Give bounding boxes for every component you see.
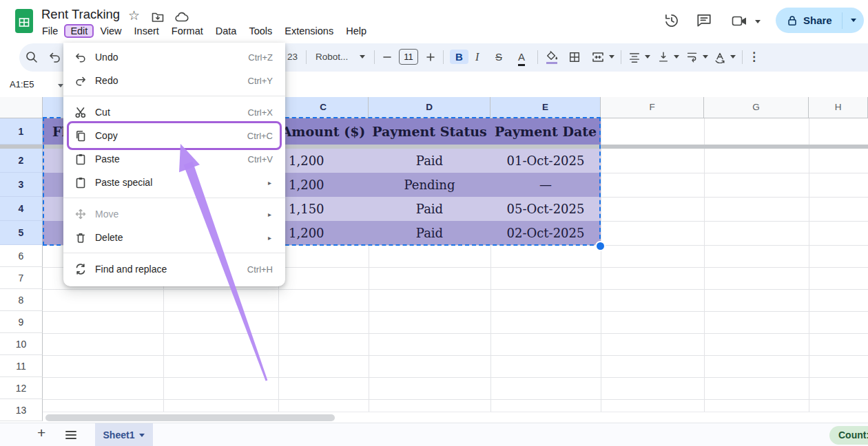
text-color-button[interactable]: A [518, 49, 525, 66]
horizontal-align-button[interactable] [628, 43, 641, 71]
menubar-item-tools[interactable]: Tools [242, 24, 278, 38]
row-header-11[interactable]: 11 [0, 355, 43, 377]
italic-button[interactable]: I [475, 43, 479, 71]
column-header-f[interactable]: F [601, 97, 704, 118]
sheets-logo-icon[interactable] [15, 9, 33, 34]
edit-menu-item-move[interactable]: Move▸ [63, 202, 285, 226]
count-badge[interactable]: Count: 2 [829, 426, 868, 445]
edit-menu-item-find-and-replace[interactable]: Find and replaceCtrl+H [63, 257, 285, 281]
menu-item-label: Redo [95, 75, 248, 86]
menu-divider [63, 198, 285, 198]
font-dropdown-caret-icon[interactable] [360, 55, 365, 59]
grid-line-horizontal [43, 377, 868, 378]
grid-line-horizontal [43, 399, 868, 400]
row-header-13[interactable]: 13 [0, 399, 43, 421]
menubar-item-file[interactable]: File [36, 24, 64, 38]
menubar-item-format[interactable]: Format [165, 24, 209, 38]
increase-font-size-button[interactable] [426, 43, 435, 71]
text-wrap-button[interactable] [686, 43, 699, 71]
decrease-font-size-button[interactable] [382, 43, 392, 71]
meet-video-icon[interactable] [732, 14, 748, 28]
all-sheets-icon[interactable] [65, 429, 77, 440]
menubar-item-data[interactable]: Data [209, 24, 243, 38]
row-header-5[interactable]: 5 [0, 221, 43, 245]
horizontal-scrollbar-track[interactable] [43, 412, 868, 423]
sheet-tab-caret-icon[interactable] [139, 434, 145, 437]
edit-menu-panel: UndoCtrl+ZRedoCtrl+YCutCtrl+XCopyCtrl+CP… [63, 43, 285, 286]
menu-item-label: Find and replace [95, 264, 247, 275]
edit-menu-item-paste[interactable]: PasteCtrl+V [63, 147, 285, 171]
edit-menu-item-undo[interactable]: UndoCtrl+Z [63, 45, 285, 69]
cut-icon [74, 106, 87, 118]
row-header-9[interactable]: 9 [0, 311, 43, 333]
menubar-item-help[interactable]: Help [340, 24, 373, 38]
menubar-item-insert[interactable]: Insert [128, 24, 165, 38]
menu-item-shortcut: Ctrl+H [247, 264, 273, 275]
grid-corner-cell[interactable] [0, 97, 43, 118]
number-format-button[interactable]: 23 [287, 43, 298, 71]
menubar-item-extensions[interactable]: Extensions [278, 24, 340, 38]
vertical-align-button[interactable] [657, 43, 670, 71]
row-header-4[interactable]: 4 [0, 197, 43, 221]
edit-menu-item-redo[interactable]: RedoCtrl+Y [63, 69, 285, 92]
row-header-12[interactable]: 12 [0, 377, 43, 399]
row-header-10[interactable]: 10 [0, 333, 43, 355]
row-header-8[interactable]: 8 [0, 289, 43, 311]
find-replace-icon [74, 263, 87, 275]
search-icon[interactable] [25, 43, 39, 71]
text-wrap-caret-icon[interactable] [703, 55, 708, 59]
fill-color-button[interactable] [546, 43, 558, 71]
selection-fill-handle[interactable] [595, 241, 606, 251]
name-box[interactable]: A1:E5 [10, 79, 34, 89]
edit-menu-item-delete[interactable]: Delete▸ [63, 226, 285, 249]
bottom-bar: + Sheet1 Count: 2 [0, 423, 868, 446]
merge-dropdown-caret-icon[interactable] [609, 55, 614, 59]
text-rotation-caret-icon[interactable] [730, 55, 736, 59]
sheet-tab[interactable]: Sheet1 [95, 423, 153, 446]
more-toolbar-options-icon[interactable]: ⋮ [748, 43, 760, 71]
row-header-3[interactable]: 3 [0, 173, 43, 197]
font-size-input[interactable]: 11 [399, 49, 418, 65]
bold-button[interactable]: B [450, 50, 468, 64]
edit-menu-item-paste-special[interactable]: Paste special▸ [63, 171, 285, 194]
row-header-6[interactable]: 6 [0, 245, 43, 267]
delete-icon [74, 231, 87, 244]
row-header-2[interactable]: 2 [0, 149, 43, 173]
column-header-c[interactable]: C [278, 97, 369, 118]
add-sheet-button[interactable]: + [37, 425, 45, 441]
name-box-caret-icon[interactable] [58, 84, 63, 87]
column-header-d[interactable]: D [369, 97, 490, 118]
row-header-7[interactable]: 7 [0, 267, 43, 289]
share-dropdown-caret-icon[interactable] [851, 19, 856, 22]
horizontal-scrollbar-thumb[interactable] [45, 414, 335, 421]
grid-line-horizontal [43, 311, 868, 312]
menu-item-shortcut: Ctrl+V [248, 154, 273, 164]
submenu-arrow-icon: ▸ [268, 211, 271, 218]
menu-item-label: Paste [95, 153, 248, 164]
column-header-e[interactable]: E [490, 97, 601, 118]
edit-menu-item-cut[interactable]: CutCtrl+X [63, 100, 285, 124]
horizontal-align-caret-icon[interactable] [645, 55, 650, 59]
strikethrough-button[interactable]: S [495, 43, 502, 71]
share-button[interactable]: Share [776, 8, 864, 33]
sheet-tab-label: Sheet1 [103, 429, 135, 440]
merge-cells-button[interactable] [591, 43, 605, 71]
grid-line-vertical [809, 118, 809, 412]
column-header-g[interactable]: G [704, 97, 809, 118]
column-header-h[interactable]: H [809, 97, 868, 118]
menu-item-label: Cut [95, 107, 248, 118]
comments-icon[interactable] [696, 12, 712, 29]
document-title[interactable]: Rent Tracking [41, 7, 120, 22]
meet-dropdown-caret-icon[interactable] [755, 20, 761, 23]
star-icon[interactable]: ☆ [128, 8, 140, 23]
row-header-1[interactable]: 1 [0, 118, 43, 145]
toolbar-divider [537, 50, 538, 64]
menubar-item-edit[interactable]: Edit [64, 24, 94, 38]
text-rotation-button[interactable] [714, 43, 726, 71]
borders-button[interactable] [568, 43, 581, 71]
menubar-item-view[interactable]: View [94, 24, 127, 38]
font-name-selector[interactable]: Robot... [316, 43, 348, 71]
undo-icon[interactable] [48, 43, 62, 71]
vertical-align-caret-icon[interactable] [674, 55, 679, 59]
version-history-icon[interactable] [663, 12, 681, 30]
